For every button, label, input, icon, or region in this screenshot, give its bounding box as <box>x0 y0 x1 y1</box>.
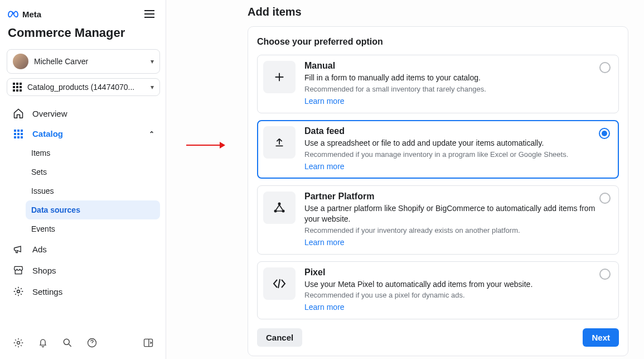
search-button[interactable] <box>58 333 77 352</box>
option-recommendation: Recommended for a small inventory that r… <box>304 85 611 93</box>
option-pixel[interactable]: Pixel Use your Meta Pixel to automatical… <box>257 261 619 320</box>
option-recommendation: Recommended if you manage inventory in a… <box>304 150 611 159</box>
meta-infinity-icon <box>8 10 20 18</box>
sub-data-sources[interactable]: Data sources <box>26 200 160 219</box>
avatar <box>13 54 28 69</box>
code-icon <box>263 267 296 300</box>
notifications-bell-button[interactable] <box>33 333 52 352</box>
panel-toggle-button[interactable] <box>139 333 158 352</box>
option-desc: Use your Meta Pixel to automatically add… <box>304 279 611 290</box>
svg-point-0 <box>17 290 20 293</box>
option-data-feed[interactable]: Data feed Use a spreadsheet or file to a… <box>257 120 619 179</box>
svg-marker-6 <box>220 142 225 149</box>
chevron-up-icon: ⌃ <box>149 130 154 138</box>
sub-issues[interactable]: Issues <box>26 181 160 200</box>
home-icon <box>12 108 25 119</box>
nav-label: Settings <box>32 287 62 296</box>
option-title: Pixel <box>304 267 611 277</box>
nav-label: Ads <box>32 245 47 254</box>
nav-catalog[interactable]: Catalog ⌃ <box>7 124 160 143</box>
radio-button[interactable] <box>599 193 611 204</box>
nav-overview[interactable]: Overview <box>7 103 160 124</box>
user-name: Michelle Carver <box>34 57 145 66</box>
nav-label: Catalog <box>32 129 63 138</box>
chevron-down-icon: ▾ <box>151 83 154 91</box>
learn-more-link[interactable]: Learn more <box>304 238 345 247</box>
grid-icon <box>12 130 25 138</box>
panel-heading: Choose your preferred option <box>257 37 619 47</box>
learn-more-link[interactable]: Learn more <box>304 97 345 106</box>
option-title: Manual <box>304 61 611 71</box>
radio-button[interactable] <box>599 128 610 139</box>
nav-label: Shops <box>32 266 56 275</box>
nav-ads[interactable]: Ads <box>7 238 160 260</box>
learn-more-link[interactable]: Learn more <box>304 162 345 171</box>
cancel-button[interactable]: Cancel <box>257 328 302 347</box>
menu-toggle-button[interactable] <box>142 8 157 20</box>
option-desc: Use a partner platform like Shopify or B… <box>304 203 611 224</box>
option-recommendation: Recommended if you use a pixel for dynam… <box>304 291 611 299</box>
shop-icon <box>12 265 25 276</box>
option-partner-platform[interactable]: Partner Platform Use a partner platform … <box>257 185 619 255</box>
option-title: Data feed <box>304 126 611 136</box>
option-title: Partner Platform <box>304 192 611 202</box>
megaphone-icon <box>12 243 25 255</box>
app-title: Commerce Manager <box>7 23 160 47</box>
plus-icon <box>263 61 296 93</box>
catalog-dropdown[interactable]: Catalog_products (14474070... ▾ <box>7 78 160 96</box>
nav-shops[interactable]: Shops <box>7 260 160 281</box>
annotation-arrow <box>186 141 225 150</box>
next-button[interactable]: Next <box>583 328 619 347</box>
nav-label: Overview <box>32 109 67 118</box>
nav-settings[interactable]: Settings <box>7 281 160 302</box>
option-desc: Use a spreadsheet or file to add and upd… <box>304 138 611 149</box>
svg-point-1 <box>17 342 20 344</box>
sub-events[interactable]: Events <box>26 219 160 238</box>
option-recommendation: Recommended if your inventory already ex… <box>304 226 611 234</box>
option-manual[interactable]: Manual Fill in a form to manually add it… <box>257 55 619 113</box>
radio-button[interactable] <box>599 62 611 73</box>
gear-icon <box>12 286 25 297</box>
upload-icon <box>263 126 296 159</box>
add-items-panel: Choose your preferred option Manual Fill… <box>248 26 628 356</box>
network-icon <box>263 192 296 224</box>
help-button[interactable] <box>83 333 101 352</box>
svg-point-2 <box>64 339 69 344</box>
sub-items[interactable]: Items <box>26 143 160 162</box>
user-dropdown[interactable]: Michelle Carver ▾ <box>7 49 160 74</box>
learn-more-link[interactable]: Learn more <box>304 303 345 312</box>
sub-sets[interactable]: Sets <box>26 162 160 181</box>
option-desc: Fill in a form to manually add items to … <box>304 73 611 83</box>
grid-icon <box>13 83 22 92</box>
page-title: Add items <box>248 6 628 18</box>
radio-button[interactable] <box>599 269 611 280</box>
svg-point-7 <box>278 202 281 205</box>
meta-logo: Meta <box>8 9 41 19</box>
chevron-down-icon: ▾ <box>151 58 154 65</box>
settings-gear-button[interactable] <box>9 333 28 352</box>
catalog-name: Catalog_products (14474070... <box>27 83 145 92</box>
